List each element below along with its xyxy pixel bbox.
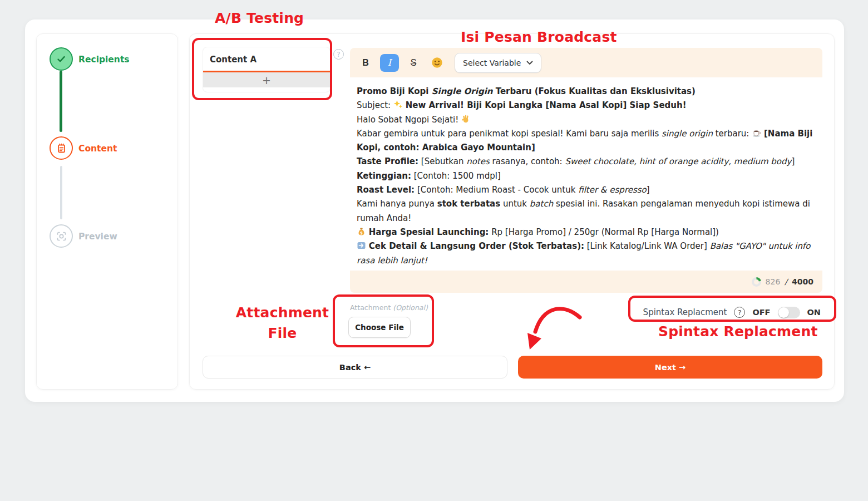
message-line: Kami hanya punya stok terbatas untuk bat… xyxy=(357,197,816,225)
spintax-on-label: ON xyxy=(807,308,821,317)
annotation-message-area: Isi Pesan Broadcast xyxy=(461,29,617,45)
annotation-spintax: Spintax Replacment xyxy=(658,323,818,340)
stepper-connector-done xyxy=(60,71,62,132)
svg-text:$: $ xyxy=(360,231,363,235)
step-preview[interactable] xyxy=(50,224,73,248)
annotation-attachment-file: Attachment File xyxy=(234,302,331,343)
message-line: Roast Level: [Contoh: Medium Roast - Coc… xyxy=(357,183,816,197)
spintax-help-icon[interactable]: ? xyxy=(734,307,745,318)
message-line: Subject: New Arrival! Biji Kopi Langka [… xyxy=(357,99,816,112)
next-button[interactable]: Next → xyxy=(518,356,822,379)
italic-button[interactable]: I xyxy=(380,54,399,72)
bold-button[interactable]: B xyxy=(357,54,374,72)
add-variant-button[interactable]: + xyxy=(203,72,330,87)
back-button[interactable]: Back ← xyxy=(203,356,507,379)
step-recipients-label[interactable]: Recipients xyxy=(78,55,130,65)
message-editor: B I S Select Variable Promo Biji Kopi Si… xyxy=(350,48,822,293)
select-variable-label: Select Variable xyxy=(463,58,521,67)
chevron-down-icon xyxy=(526,61,533,65)
strikethrough-button[interactable]: S xyxy=(405,54,422,72)
message-line: Kabar gembira untuk para penikmat kopi s… xyxy=(357,127,816,155)
message-line: Cek Detail & Langsung Order (Stok Terbat… xyxy=(357,239,816,268)
editor-footer: 826 / 4000 xyxy=(350,271,822,293)
spintax-control: Spintax Replacment ? OFF ON xyxy=(643,301,821,324)
editor-toolbar: B I S Select Variable xyxy=(350,48,822,77)
char-usage-donut xyxy=(751,277,762,287)
waving-hand-icon xyxy=(461,115,471,124)
message-line: Taste Profile: [Sebutkan notes rasanya, … xyxy=(357,155,816,169)
toggle-knob xyxy=(778,307,789,318)
char-limit: 4000 xyxy=(792,277,813,286)
spintax-label: Spintax Replacment xyxy=(643,307,727,317)
stepper-connector-upcoming xyxy=(60,166,62,219)
stepper-sidebar: Recipients Content Preview xyxy=(36,33,178,390)
attachment-optional-label: (Optional) xyxy=(393,303,428,312)
message-line: Ketinggian: [Contoh: 1500 mdpl] xyxy=(357,169,816,183)
coffee-cup-icon xyxy=(752,129,761,137)
content-notepad-icon xyxy=(50,136,73,160)
char-separator: / xyxy=(784,277,788,286)
message-line: $ Harga Spesial Launching: Rp [Harga Pro… xyxy=(357,225,816,239)
attachment-label: Attachment (Optional) xyxy=(350,303,428,312)
message-body[interactable]: Promo Biji Kopi Single Origin Terbaru (F… xyxy=(350,77,822,271)
arrow-right-icon xyxy=(357,241,366,250)
step-recipients[interactable] xyxy=(50,47,73,71)
preview-scan-icon xyxy=(50,224,73,248)
choose-file-button[interactable]: Choose File xyxy=(348,317,411,338)
smiley-icon xyxy=(431,57,443,68)
select-variable-dropdown[interactable]: Select Variable xyxy=(455,53,541,73)
annotation-arrow-icon xyxy=(517,299,590,355)
char-count: 826 xyxy=(766,277,781,286)
ab-help-icon[interactable]: ? xyxy=(333,49,344,60)
ab-variant-tabs: Content A + xyxy=(203,47,331,92)
step-preview-label[interactable]: Preview xyxy=(78,232,117,242)
recipients-check-icon xyxy=(50,47,73,71)
emoji-button[interactable] xyxy=(428,54,446,72)
step-content-label[interactable]: Content xyxy=(78,144,117,154)
tab-content-a[interactable]: Content A xyxy=(203,47,330,65)
step-content[interactable] xyxy=(50,136,73,160)
sparkles-icon xyxy=(393,100,403,109)
money-bag-icon: $ xyxy=(357,227,366,236)
spintax-off-label: OFF xyxy=(752,308,770,317)
spintax-toggle[interactable] xyxy=(778,307,800,318)
message-line: Halo Sobat Ngopi Sejati! xyxy=(357,113,816,127)
annotation-ab-testing: A/B Testing xyxy=(215,10,304,26)
message-line: Promo Biji Kopi Single Origin Terbaru (F… xyxy=(357,85,816,99)
